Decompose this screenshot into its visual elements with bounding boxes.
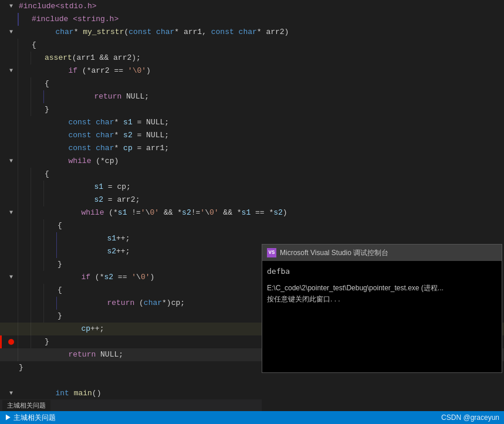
- debug-title-bar: VS Microsoft Visual Studio 调试控制台: [262, 245, 502, 261]
- code-line-8: return NULL;: [0, 90, 504, 103]
- status-left-text: ▶ 主城相关问题: [5, 413, 56, 423]
- fold-gutter-6[interactable]: ▼: [0, 65, 18, 77]
- code-line-1: ▼ #include<stdio.h>: [0, 0, 504, 13]
- status-bar-right: CSDN @graceyun: [441, 413, 499, 422]
- bottom-tabs: 主城相关问题: [0, 399, 262, 411]
- vs-icon-text: VS: [269, 250, 275, 256]
- debug-output-3: 按任意键关闭此窗口. . .: [267, 294, 497, 305]
- code-line-3: ▼ char* my_strstr(const char* arr1, cons…: [0, 26, 504, 39]
- status-bar-left: ▶ 主城相关问题: [5, 413, 56, 423]
- line-text-4: {: [31, 39, 504, 52]
- status-bar: ▶ 主城相关问题 CSDN @graceyun: [0, 411, 504, 424]
- code-line-4: {: [0, 39, 504, 52]
- debug-close-text: 按任意键关闭此窗口. . .: [267, 295, 340, 303]
- fold-gutter-1[interactable]: ▼: [0, 0, 18, 13]
- fold-gutter-3[interactable]: ▼: [0, 26, 18, 39]
- code-line-31: ▼ int main(): [0, 387, 504, 399]
- debug-path-text: E:\C_code\2\pointer_test\Debug\pointer_t…: [267, 284, 444, 292]
- code-line-6: ▼ if (*arr2 == '\0'): [0, 65, 504, 77]
- fold-arrow-1: ▼: [7, 0, 15, 13]
- line-text-31: int main(): [18, 374, 504, 399]
- debug-output-1: defba: [267, 266, 497, 278]
- code-line-17: ▼ while (*s1 !='\0' && *s2!='\0' && *s1 …: [0, 206, 504, 219]
- csdn-watermark: CSDN @graceyun: [441, 413, 499, 422]
- line-text-1: #include<stdio.h>: [18, 0, 504, 13]
- fold-gutter-17[interactable]: ▼: [0, 206, 18, 219]
- code-line-13: ▼ while (*cp): [0, 155, 504, 168]
- debug-title-icon: VS: [267, 248, 276, 257]
- fold-gutter-22[interactable]: ▼: [0, 271, 18, 284]
- debug-title-label: Microsoft Visual Studio 调试控制台: [280, 248, 388, 258]
- fold-gutter-31[interactable]: ▼: [0, 387, 18, 399]
- debug-output-2: E:\C_code\2\pointer_test\Debug\pointer_t…: [267, 283, 497, 294]
- bottom-tab-issues[interactable]: 主城相关问题: [2, 400, 50, 411]
- fold-gutter-27: [0, 339, 18, 345]
- debug-content: defba E:\C_code\2\pointer_test\Debug\poi…: [262, 261, 502, 310]
- debug-console: VS Microsoft Visual Studio 调试控制台 defba E…: [262, 244, 502, 373]
- fold-gutter-13[interactable]: ▼: [0, 155, 18, 168]
